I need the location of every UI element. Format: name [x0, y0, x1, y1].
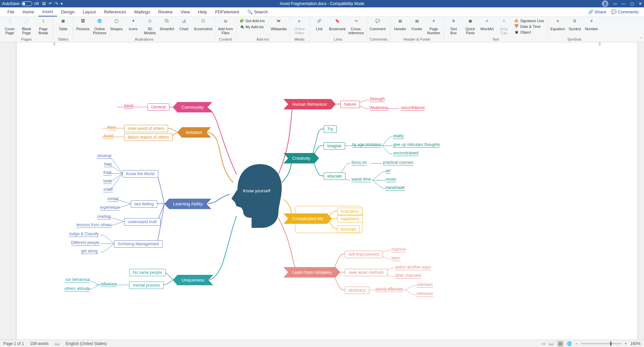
node-educate[interactable]: educate	[324, 172, 345, 180]
signature-button[interactable]: ✍Signature Line	[514, 18, 545, 23]
leaf-reading[interactable]: reading	[97, 214, 111, 219]
leaf-our-behaviour[interactable]: our behaviour	[65, 277, 90, 283]
tab-design[interactable]: Design	[57, 7, 78, 16]
maximize-icon[interactable]: ▢	[630, 1, 634, 6]
node-selfimprovement[interactable]: self-improvement	[345, 251, 383, 258]
table-button[interactable]: ▦Table	[56, 18, 70, 32]
cross-reference-button[interactable]: ↪Cross- reference	[348, 18, 364, 36]
node-nature[interactable]: Nature	[340, 101, 360, 108]
leaf-smell[interactable]: smell	[103, 187, 113, 192]
blank-page-button[interactable]: 📄Blank Page	[19, 18, 34, 36]
get-addins-button[interactable]: 🧩Get Add-ins	[239, 18, 265, 23]
leaf-strength[interactable]: Strength	[370, 97, 385, 102]
footer-button[interactable]: ▤Footer	[410, 18, 424, 32]
leaf-fluctuate[interactable]: fluctuate	[337, 226, 360, 233]
wordart-button[interactable]: AWordArt	[480, 18, 494, 32]
leaf-inertness[interactable]: inertness	[417, 291, 433, 297]
leaf-think[interactable]: think	[103, 170, 112, 176]
ribbon-options-icon[interactable]: ▭	[613, 1, 617, 6]
branch-human-behaviour[interactable]: Human Behaviour	[283, 99, 336, 109]
tab-review[interactable]: Review	[154, 7, 177, 16]
node-inner-world[interactable]: inner world of others	[124, 125, 168, 132]
read-mode-icon[interactable]: 📖	[549, 341, 554, 346]
link-button[interactable]: 🔗Link	[312, 18, 326, 32]
page-break-button[interactable]: ⤵Page Break	[36, 18, 50, 36]
collapse-ribbon-icon[interactable]: ˄	[640, 37, 642, 41]
online-pictures-button[interactable]: 🌐Online Pictures	[93, 18, 107, 36]
branch-learning[interactable]: Learning Ability	[164, 199, 211, 209]
branch-creativity[interactable]: Creativity	[283, 153, 319, 163]
node-no-same[interactable]: No same people	[129, 269, 166, 276]
save-icon[interactable]: 🖫	[42, 1, 46, 6]
tab-references[interactable]: References	[100, 7, 130, 16]
leaf-frustration[interactable]: frustration	[337, 208, 362, 215]
tab-file[interactable]: File	[3, 7, 18, 16]
leaf-poorly[interactable]: poorly effective	[376, 287, 403, 292]
tab-view[interactable]: View	[176, 7, 194, 16]
node-understand-truth[interactable]: understand truth	[124, 218, 161, 226]
header-button[interactable]: ▤Header	[393, 18, 407, 32]
node-try[interactable]: Try	[324, 126, 337, 133]
node-know-world[interactable]: Know the World	[122, 170, 158, 178]
leaf-different[interactable]: Different people	[71, 240, 100, 246]
leaf-avoid[interactable]: Avoid	[103, 134, 113, 139]
page[interactable]: Know yourself	[17, 42, 637, 340]
icons-button[interactable]: ✦Icons	[126, 18, 140, 32]
page-number-button[interactable]: #Page Number	[427, 18, 441, 36]
leaf-getalong[interactable]: get along	[81, 249, 98, 254]
minimize-icon[interactable]: —	[622, 1, 626, 6]
leaf-happiness[interactable]: happiness	[337, 215, 363, 222]
user-avatar-icon[interactable]: 👤	[602, 0, 608, 7]
leaf-music[interactable]: music	[386, 177, 396, 182]
node-mental-process[interactable]: mental process	[129, 282, 164, 289]
comment-button[interactable]: 💬Comment	[370, 18, 386, 32]
pictures-button[interactable]: 🖼Pictures	[76, 18, 90, 32]
focus-mode-icon[interactable]: ▭	[542, 341, 545, 346]
qat-more-icon[interactable]: ▾	[61, 1, 63, 6]
cover-page-button[interactable]: 📄Cover Page	[3, 18, 17, 36]
language-indicator[interactable]: English (United States)	[66, 341, 107, 346]
datetime-button[interactable]: 📅Date & Time	[514, 24, 545, 29]
page-indicator[interactable]: Page 1 of 1	[3, 341, 24, 346]
node-general[interactable]: General	[148, 103, 169, 111]
bookmark-button[interactable]: 🔖Bookmark	[329, 18, 346, 32]
leaf-handmade[interactable]: handmade	[386, 185, 405, 191]
zoom-level[interactable]: 160%	[630, 341, 641, 346]
autosave-toggle[interactable]: AutoSave Off	[2, 1, 39, 6]
leaf-reality[interactable]: reality	[393, 134, 404, 139]
leaf-age-limitation[interactable]: by age limitation	[352, 142, 381, 148]
leaf-unknown[interactable]: unknown	[417, 282, 433, 288]
zoom-out-icon[interactable]: −	[575, 341, 578, 346]
redo-icon[interactable]: ↷	[55, 1, 58, 6]
smartart-button[interactable]: ⿻SmartArt	[160, 18, 174, 32]
share-button[interactable]: 🔗 Share	[588, 9, 606, 14]
leaf-unreal[interactable]: unreal	[107, 196, 118, 202]
branch-community[interactable]: Community	[173, 102, 212, 112]
center-node[interactable]: Know yourself	[228, 162, 285, 230]
tab-pdfelement[interactable]: PDFelement	[211, 7, 243, 16]
node-obstinacy[interactable]: obstinacy	[345, 287, 369, 294]
leaf-other-channels[interactable]: other channels	[395, 273, 421, 279]
spellcheck-icon[interactable]: 📖	[55, 341, 60, 346]
leaf-learn2[interactable]: learn	[391, 256, 400, 261]
3d-models-button[interactable]: ⬡3D Models	[143, 18, 157, 36]
word-count[interactable]: 108 words	[30, 341, 48, 346]
add-from-files-button[interactable]: 🗂Add from Files	[218, 18, 233, 36]
node-archiving[interactable]: Archiving Management	[114, 240, 163, 248]
textbox-button[interactable]: AText Box	[446, 18, 461, 36]
leaf-weakness[interactable]: Weakness	[370, 105, 388, 111]
my-addins-button[interactable]: 🔌My Add-ins	[239, 24, 265, 30]
close-icon[interactable]: ✕	[639, 1, 642, 6]
search-box[interactable]: 🔍Search	[243, 7, 272, 16]
chart-button[interactable]: 📊Chart	[177, 18, 191, 32]
leaf-improve[interactable]: improve	[391, 247, 406, 252]
leaf-giveup[interactable]: give up ridiculars thoughts	[393, 142, 440, 148]
screenshot-button[interactable]: 🖵Screenshot	[194, 18, 212, 32]
leaf-hear[interactable]: hear	[104, 162, 112, 167]
quickparts-button[interactable]: ▦Quick Parts	[463, 18, 477, 36]
leaf-learn[interactable]: learn	[107, 125, 116, 130]
leaf-art[interactable]: art	[386, 168, 390, 174]
leaf-judge[interactable]: Judge & Classify	[69, 232, 99, 237]
branch-mistakes[interactable]: Learn from mistakes	[283, 267, 340, 278]
leaf-unconstrained[interactable]: unconstrained	[393, 151, 418, 156]
